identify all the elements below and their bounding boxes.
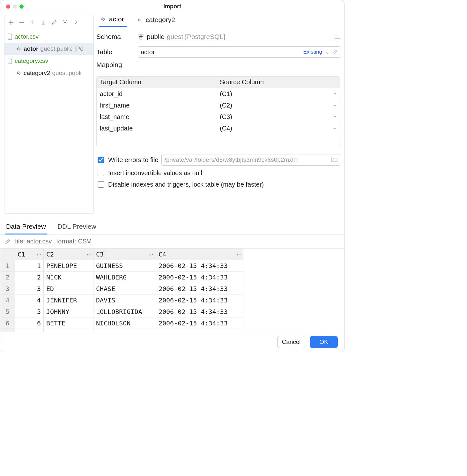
- chevron-down-icon[interactable]: ⌄: [333, 113, 337, 118]
- tree-table-category2[interactable]: category2 guest.publi: [4, 67, 93, 79]
- chevron-down-icon[interactable]: ⌄: [333, 102, 337, 107]
- mapping-source[interactable]: (C2)⌄: [218, 102, 340, 109]
- mapping-target: first_name: [97, 102, 218, 109]
- grid-header[interactable]: C1▴▾: [15, 249, 44, 260]
- folder-icon[interactable]: [335, 34, 340, 40]
- grid-cell[interactable]: 4: [15, 294, 44, 306]
- ok-button[interactable]: OK: [310, 336, 338, 348]
- sort-icon[interactable]: ▴▾: [236, 252, 241, 257]
- existing-badge: Existing: [303, 49, 322, 55]
- mapping-header-target[interactable]: Target Column: [97, 78, 218, 86]
- grid-cell[interactable]: JENNIFER: [44, 294, 93, 306]
- mapping-source[interactable]: (C1)⌄: [218, 90, 340, 98]
- chevron-down-icon[interactable]: ⌄: [333, 125, 337, 130]
- null-checkbox[interactable]: [98, 170, 104, 176]
- disable-checkbox[interactable]: [98, 181, 104, 188]
- tree-label: category2: [24, 70, 50, 77]
- table-link-icon: [16, 70, 22, 76]
- preview-tabs: Data Preview DDL Preview: [0, 218, 344, 234]
- mapping-target: last_update: [97, 125, 218, 132]
- error-path-value: /private/var/folders/d5/w8ytbjts3mn9ck6s…: [164, 156, 298, 163]
- disable-row: Disable indexes and triggers, lock table…: [96, 180, 340, 189]
- tree-table-actor[interactable]: actor guest.public [Po: [4, 43, 93, 55]
- sort-icon[interactable]: ▴▾: [86, 252, 91, 257]
- sort-icon[interactable]: ▴▾: [36, 252, 41, 257]
- tree-label: category.csv: [15, 57, 48, 64]
- source-sidebar: * actor.csv actor guest.public [Po * cat…: [4, 15, 94, 214]
- row-number: 3: [0, 283, 15, 294]
- tab-label: category2: [146, 16, 175, 24]
- grid-cell[interactable]: 6: [15, 317, 44, 329]
- edit-icon[interactable]: [5, 239, 11, 244]
- grid-cell[interactable]: 2: [15, 271, 44, 283]
- minus-icon[interactable]: [19, 19, 25, 26]
- plus-icon[interactable]: [8, 19, 14, 26]
- arrow-up-icon: [29, 19, 36, 26]
- mapping-header-source[interactable]: Source Column: [218, 78, 340, 86]
- grid-cell[interactable]: DAVIS: [93, 294, 156, 306]
- grid-cell[interactable]: GUINESS: [93, 260, 156, 271]
- chevron-down-icon[interactable]: ⌄: [333, 90, 337, 95]
- grid-cell[interactable]: 5: [15, 306, 44, 317]
- svg-rect-4: [140, 37, 142, 39]
- grid-cell[interactable]: 2006-02-15 4:34:33: [156, 271, 243, 283]
- grid-cell[interactable]: LOLLOBRIGIDA: [93, 306, 156, 317]
- grid-cell[interactable]: NICHOLSON: [93, 317, 156, 329]
- mapping-row[interactable]: first_name (C2)⌄: [97, 100, 340, 111]
- grid-cell[interactable]: CHASE: [93, 283, 156, 294]
- mapping-row[interactable]: actor_id (C1)⌄: [97, 88, 340, 100]
- grid-cell[interactable]: 2006-02-15 4:34:33: [156, 306, 243, 317]
- grid-cell[interactable]: JOHNNY: [44, 306, 93, 317]
- tab-actor[interactable]: actor: [99, 13, 127, 27]
- link-icon: [137, 17, 143, 23]
- svg-text:*: *: [9, 62, 10, 64]
- grid-cell[interactable]: 1: [15, 260, 44, 271]
- mapping-source[interactable]: (C3)⌄: [218, 113, 340, 121]
- cancel-button[interactable]: Cancel: [277, 336, 305, 348]
- mapping-row[interactable]: last_update (C4)⌄: [97, 123, 340, 134]
- grid-cell[interactable]: BETTE: [44, 317, 93, 329]
- tab-data-preview[interactable]: Data Preview: [5, 221, 47, 234]
- grid-cell[interactable]: 2006-02-15 4:34:33: [156, 317, 243, 329]
- write-errors-checkbox[interactable]: [98, 157, 104, 163]
- svg-rect-3: [142, 34, 144, 36]
- grid-cell[interactable]: 3: [15, 283, 44, 294]
- import-icon[interactable]: [62, 19, 68, 26]
- chevron-right-icon[interactable]: [73, 19, 79, 26]
- grid-header[interactable]: C2▴▾: [44, 249, 93, 260]
- error-path-input[interactable]: /private/var/folders/d5/w8ytbjts3mn9ck6s…: [161, 154, 340, 166]
- grid-cell[interactable]: NICK: [44, 271, 93, 283]
- table-input[interactable]: actor Existing ⌄: [138, 46, 340, 58]
- sidebar-toolbar: [4, 15, 93, 29]
- write-errors-row: Write errors to file /private/var/folder…: [96, 154, 340, 166]
- tab-category2[interactable]: category2: [136, 14, 178, 27]
- tab-label: actor: [109, 15, 124, 23]
- grid-cell[interactable]: PENELOPE: [44, 260, 93, 271]
- tree-file-category[interactable]: * category.csv: [4, 55, 93, 67]
- mapping-table: Target Column Source Column actor_id (C1…: [96, 76, 340, 147]
- grid-cell[interactable]: 2006-02-15 4:34:33: [156, 260, 243, 271]
- grid-cell[interactable]: 2006-02-15 4:34:33: [156, 294, 243, 306]
- edit-icon[interactable]: [331, 49, 337, 55]
- null-row: Insert inconvertible values as null: [96, 169, 340, 177]
- table-value: actor: [141, 48, 303, 56]
- tree-detail: guest.public [Po: [40, 45, 83, 52]
- folder-icon[interactable]: [331, 157, 337, 162]
- mapping-target: last_name: [97, 113, 218, 121]
- file-icon: *: [7, 33, 13, 40]
- sort-icon[interactable]: ▴▾: [149, 252, 154, 257]
- grid-cell[interactable]: ED: [44, 283, 93, 294]
- grid-header[interactable]: C3▴▾: [93, 249, 156, 260]
- schema-value: public: [147, 33, 164, 41]
- file-icon: *: [7, 57, 13, 64]
- tree-file-actor[interactable]: * actor.csv: [4, 31, 93, 43]
- grid-cell[interactable]: WAHLBERG: [93, 271, 156, 283]
- chevron-down-icon[interactable]: ⌄: [323, 49, 331, 55]
- mapping-row[interactable]: last_name (C3)⌄: [97, 111, 340, 123]
- grid-header[interactable]: C4▴▾: [156, 249, 243, 260]
- tab-ddl-preview[interactable]: DDL Preview: [56, 221, 98, 234]
- dialog-footer: Cancel OK: [0, 332, 344, 352]
- edit-icon[interactable]: [51, 19, 57, 26]
- grid-cell[interactable]: 2006-02-15 4:34:33: [156, 283, 243, 294]
- mapping-source[interactable]: (C4)⌄: [218, 125, 340, 132]
